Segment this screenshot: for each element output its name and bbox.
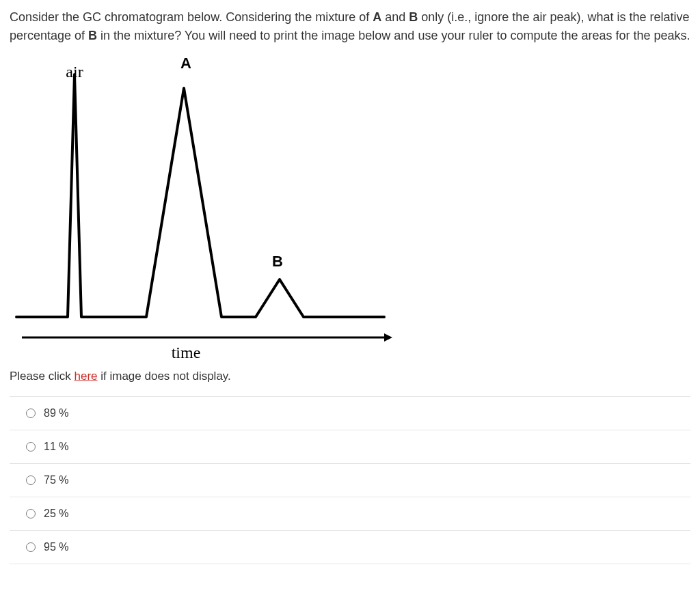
chromatogram-figure: timeairAB: [10, 51, 399, 365]
option-radio[interactable]: [26, 542, 36, 552]
x-axis-label: time: [172, 344, 201, 361]
option-radio[interactable]: [26, 509, 36, 518]
option-radio[interactable]: [26, 409, 36, 418]
option-label: 25 %: [44, 506, 688, 522]
fallback-prefix: Please click: [10, 370, 74, 383]
fallback-suffix: if image does not display.: [98, 370, 231, 383]
image-fallback-text: Please click here if image does not disp…: [10, 368, 690, 385]
peak-label-b: B: [272, 253, 283, 270]
option-radio[interactable]: [26, 442, 36, 452]
chromatogram-trace: [16, 74, 384, 317]
option-label: 75 %: [44, 472, 688, 488]
answer-options: 89 %11 %75 %25 %95 %: [10, 396, 690, 564]
option-radio[interactable]: [26, 475, 36, 485]
question-text: Consider the GC chromatogram below. Cons…: [10, 10, 690, 42]
option-label: 11 %: [44, 439, 688, 455]
peak-label-a: A: [180, 55, 191, 72]
peak-label-air: air: [66, 63, 83, 81]
option-label: 95 %: [44, 539, 688, 555]
option-label: 89 %: [44, 405, 688, 421]
option-row[interactable]: 89 %: [10, 397, 690, 430]
question-stem: Consider the GC chromatogram below. Cons…: [10, 8, 690, 45]
option-row[interactable]: 95 %: [10, 531, 690, 564]
option-row[interactable]: 75 %: [10, 464, 690, 497]
option-row[interactable]: 11 %: [10, 430, 690, 464]
time-axis-arrowhead: [384, 333, 392, 342]
option-row[interactable]: 25 %: [10, 497, 690, 531]
fallback-link[interactable]: here: [74, 370, 97, 383]
